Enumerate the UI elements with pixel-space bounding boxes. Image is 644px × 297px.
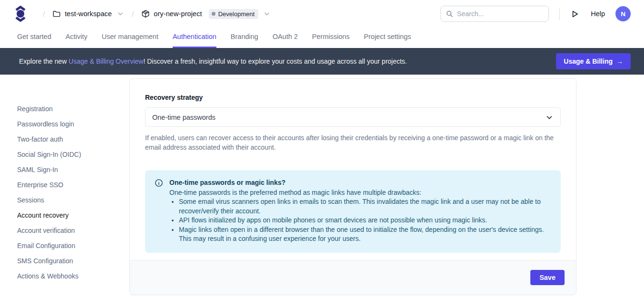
play-icon [570,10,579,19]
sidebar-item-two-factor-auth[interactable]: Two-factor auth [17,135,129,144]
sidebar-item-passwordless-login[interactable]: Passwordless login [17,120,129,129]
info-bullet: API flows initialized by apps on mobile … [179,216,551,225]
usage-billing-button-label: Usage & Billing [564,57,613,65]
panel-body: Recovery strategy One-time passwords If … [130,79,576,260]
info-box-bullet-list: Some email virus scanners open links in … [169,197,551,244]
content-area: Registration Passwordless login Two-fact… [0,75,644,297]
usage-billing-overview-link[interactable]: Usage & Billing Overview [68,57,143,65]
sidebar-item-sessions[interactable]: Sessions [17,196,129,205]
project-nav-tabs: Get started Activity User management Aut… [0,28,644,48]
ory-logo-icon[interactable] [14,6,27,22]
help-link[interactable]: Help [591,10,605,18]
ory-console-app: / test-workspace / ory-new-project Devel… [0,0,644,297]
folder-icon [52,10,61,18]
sidebar-item-enterprise-sso[interactable]: Enterprise SSO [17,181,129,190]
panel-footer: Save [130,260,576,295]
project-switcher[interactable]: ory-new-project Development [141,9,271,19]
recovery-strategy-description: If enabled, users can recover access to … [145,133,561,152]
info-box-content: One-time passwords or magic links? One-t… [169,178,551,244]
tab-authentication[interactable]: Authentication [173,28,216,48]
top-bar-divider [559,8,560,20]
info-box-title: One-time passwords or magic links? [169,178,551,188]
package-icon [141,10,150,18]
recovery-strategy-select[interactable]: One-time passwords [145,107,561,127]
breadcrumb-separator: / [43,10,45,18]
sidebar-item-email-configuration[interactable]: Email Configuration [17,242,129,250]
workspace-name: test-workspace [65,10,112,18]
recovery-strategy-label: Recovery strategy [145,94,561,101]
banner-text-suffix: ! Discover a fresh, insightful way to ex… [143,57,407,65]
recovery-strategy-selected-value: One-time passwords [152,114,215,121]
sidebar-item-sms-configuration[interactable]: SMS Configuration [17,257,129,266]
chevron-down-icon [263,10,271,18]
info-bullet: Magic links often open in a different br… [179,225,551,244]
usage-billing-banner: Explore the new Usage & Billing Overview… [0,48,644,75]
arrow-right-icon: → [616,57,623,65]
sidebar-item-saml-sign-in[interactable]: SAML Sign-In [17,166,129,174]
save-button[interactable]: Save [530,270,565,285]
info-box-intro: One-time passwords is the preferred meth… [169,188,551,198]
banner-text: Explore the new Usage & Billing Overview… [19,57,407,65]
tab-user-management[interactable]: User management [102,28,158,48]
top-bar: / test-workspace / ory-new-project Devel… [0,0,644,28]
info-bullet: Some email virus scanners open links in … [179,197,551,216]
playground-button[interactable] [570,10,579,19]
environment-label: Development [218,10,255,18]
chevron-down-icon [545,113,554,122]
sidebar-item-account-verification[interactable]: Account verification [17,227,129,235]
breadcrumb-separator: / [132,10,134,18]
tab-activity[interactable]: Activity [66,28,88,48]
info-box: One-time passwords or magic links? One-t… [145,170,561,253]
tab-project-settings[interactable]: Project settings [364,28,411,48]
tab-get-started[interactable]: Get started [17,28,51,48]
search-box[interactable] [440,6,549,22]
account-recovery-panel: Recovery strategy One-time passwords If … [129,78,576,295]
search-input[interactable] [457,10,544,18]
search-icon [446,10,453,18]
top-bar-right: Help N [440,6,631,22]
chevron-down-icon [117,10,124,18]
tab-permissions[interactable]: Permissions [312,28,350,48]
environment-badge: Development [209,9,259,19]
sidebar-item-account-recovery[interactable]: Account recovery [17,211,129,220]
banner-text-prefix: Explore the new [19,57,68,65]
workspace-switcher[interactable]: test-workspace [52,10,124,18]
tab-branding[interactable]: Branding [231,28,258,48]
project-name: ory-new-project [154,10,202,18]
sidebar-item-registration[interactable]: Registration [17,105,129,114]
info-icon [155,179,163,187]
authentication-sidebar: Registration Passwordless login Two-fact… [0,75,129,297]
sidebar-item-social-sign-in[interactable]: Social Sign-In (OIDC) [17,151,129,159]
sidebar-item-actions-webhooks[interactable]: Actions & Webhooks [17,272,129,281]
environment-dot-icon [212,12,215,16]
user-avatar[interactable]: N [615,6,631,21]
tab-oauth2[interactable]: OAuth 2 [273,28,298,48]
usage-billing-button[interactable]: Usage & Billing → [556,53,631,69]
